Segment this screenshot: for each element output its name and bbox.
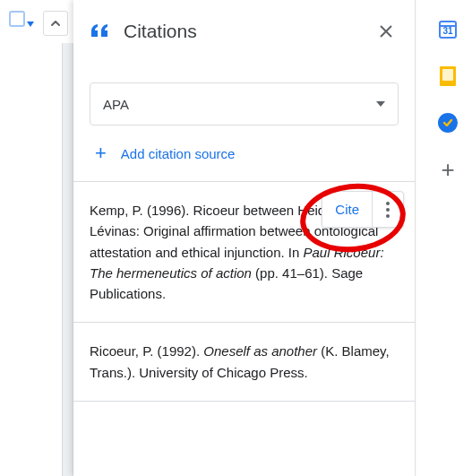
- format-icon[interactable]: [9, 11, 25, 27]
- add-addon-button[interactable]: +: [438, 160, 458, 179]
- add-citation-label: Add citation source: [121, 146, 236, 161]
- format-select-row: APA: [73, 82, 415, 125]
- calendar-addon-button[interactable]: 31: [438, 20, 458, 39]
- plus-icon: +: [441, 160, 454, 178]
- cite-button[interactable]: Cite: [322, 192, 373, 227]
- chevron-down-icon: [376, 101, 385, 107]
- citation-item[interactable]: Cite Kemp, P. (1996). Ricoeur between He…: [73, 182, 415, 323]
- citation-item[interactable]: Ricoeur, P. (1992). Oneself as another (…: [73, 323, 415, 402]
- tasks-addon-button[interactable]: [438, 113, 458, 133]
- citation-format-select[interactable]: APA: [90, 82, 399, 125]
- panel-header: Citations: [73, 0, 415, 63]
- plus-icon: +: [95, 145, 107, 161]
- side-rail: 31 +: [424, 0, 472, 476]
- calendar-icon: 31: [439, 21, 457, 39]
- quote-icon: [91, 22, 107, 41]
- citations-panel: Citations APA + Add citation source Cite…: [73, 0, 415, 476]
- panel-title: Citations: [124, 21, 373, 42]
- tasks-icon: [438, 113, 458, 133]
- format-dropdown-caret[interactable]: [27, 22, 34, 27]
- left-editor-strip: [0, 0, 73, 476]
- format-select-value: APA: [103, 97, 129, 112]
- collapse-toolbar-button[interactable]: [43, 11, 68, 36]
- keep-icon: [440, 66, 456, 86]
- citation-more-button[interactable]: [373, 195, 403, 225]
- keep-addon-button[interactable]: [438, 66, 458, 86]
- document-edge: [62, 43, 73, 476]
- citation-actions: Cite: [322, 191, 404, 228]
- left-toolbar: [0, 11, 73, 36]
- citation-text-pre: Ricoeur, P. (1992).: [90, 343, 203, 359]
- add-citation-button[interactable]: + Add citation source: [73, 125, 415, 182]
- citation-list: Cite Kemp, P. (1996). Ricoeur between He…: [73, 182, 415, 476]
- close-button[interactable]: [373, 19, 399, 44]
- citation-text-italic: Oneself as another: [203, 343, 317, 359]
